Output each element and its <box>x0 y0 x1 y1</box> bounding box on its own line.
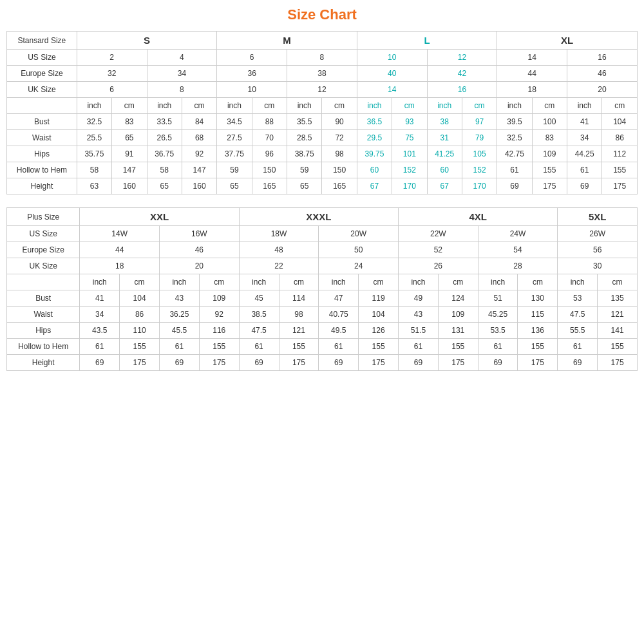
label-hollow: Hollow to Hem <box>7 162 77 178</box>
plus-size-table: Plus Size XXL XXXL 4XL 5XL US Size 14W 1… <box>6 207 638 371</box>
unit-row-standard: inchcm inchcm inchcm inchcm inchcm inchc… <box>7 98 638 114</box>
label-plus-hollow: Hollow to Hem <box>7 339 80 355</box>
size-xxxl-header: XXXL <box>239 208 398 226</box>
height-row-plus: Height 69175 69175 69175 69175 69175 691… <box>7 355 638 371</box>
size-m-header: M <box>217 32 357 50</box>
europe-size-row: Europe Size 32 34 36 38 40 42 44 46 <box>7 66 638 82</box>
label-europe-size: Europe Size <box>7 66 77 82</box>
hips-row-standard: Hips 35.7591 36.7592 37.7596 38.7598 39.… <box>7 146 638 162</box>
label-uk-size: UK Size <box>7 82 77 98</box>
label-plus-waist: Waist <box>7 307 80 323</box>
size-5xl-header: 5XL <box>558 208 638 226</box>
size-l-header: L <box>357 32 497 50</box>
plus-us-size-row: US Size 14W 16W 18W 20W 22W 24W 26W <box>7 226 638 242</box>
label-plus-hips: Hips <box>7 323 80 339</box>
label-plus-us-size: US Size <box>7 226 80 242</box>
label-hips: Hips <box>7 146 77 162</box>
size-s-header: S <box>77 32 217 50</box>
plus-uk-size-row: UK Size 18 20 22 24 26 28 30 <box>7 258 638 274</box>
size-4xl-header: 4XL <box>398 208 557 226</box>
standard-size-table: Stansard Size S M L XL US Size 2 4 6 8 1… <box>6 31 638 194</box>
label-us-size: US Size <box>7 50 77 66</box>
hollow-row-plus: Hollow to Hem 61155 61155 61155 61155 61… <box>7 339 638 355</box>
label-bust: Bust <box>7 114 77 130</box>
label-waist: Waist <box>7 130 77 146</box>
plus-europe-size-row: Europe Size 44 46 48 50 52 54 56 <box>7 242 638 258</box>
size-xl-header: XL <box>497 32 638 50</box>
label-plus-europe-size: Europe Size <box>7 242 80 258</box>
label-plus-uk-size: UK Size <box>7 258 80 274</box>
standard-header-row: Stansard Size S M L XL <box>7 32 638 50</box>
unit-row-plus: inchcm inchcm inchcm inchcm inchcm inchc… <box>7 274 638 290</box>
bust-row-standard: Bust 32.583 33.584 34.588 35.590 36.593 … <box>7 114 638 130</box>
page-title: Size Chart <box>6 6 638 23</box>
label-height: Height <box>7 178 77 194</box>
hips-row-plus: Hips 43.5110 45.5116 47.5121 49.5126 51.… <box>7 323 638 339</box>
hollow-row-standard: Hollow to Hem 58147 58147 59150 59150 60… <box>7 162 638 178</box>
label-plus-bust: Bust <box>7 290 80 307</box>
waist-row-plus: Waist 3486 36.2592 38.598 40.75104 43109… <box>7 307 638 323</box>
size-xxl-header: XXL <box>80 208 239 226</box>
label-standard-size: Stansard Size <box>7 32 77 50</box>
height-row-standard: Height 63160 65160 65165 65165 67170 671… <box>7 178 638 194</box>
plus-header-row: Plus Size XXL XXXL 4XL 5XL <box>7 208 638 226</box>
uk-size-row: UK Size 6 8 10 12 14 16 18 20 <box>7 82 638 98</box>
waist-row-standard: Waist 25.565 26.568 27.570 28.572 29.575… <box>7 130 638 146</box>
label-plus-size: Plus Size <box>7 208 80 226</box>
label-plus-height: Height <box>7 355 80 371</box>
us-size-row: US Size 2 4 6 8 10 12 14 16 <box>7 50 638 66</box>
bust-row-plus: Bust 41104 43109 45114 47119 49124 51130… <box>7 290 638 307</box>
